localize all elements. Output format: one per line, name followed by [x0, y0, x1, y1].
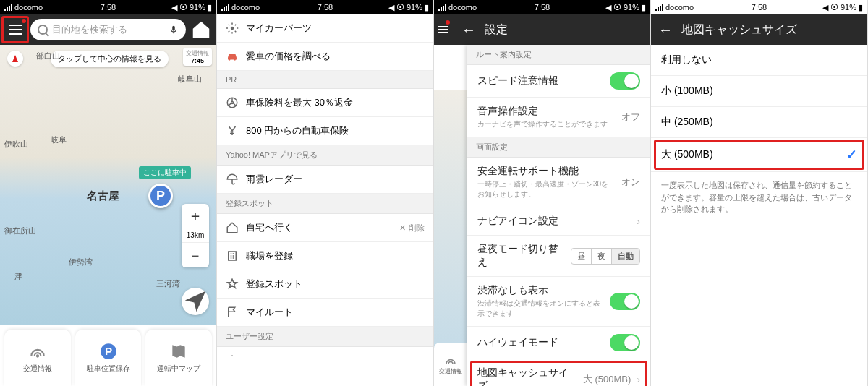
section-yahoo: Yahoo! MAPアプリで見る	[217, 145, 433, 166]
tab-driving[interactable]: 運転中マップ	[145, 330, 212, 386]
traffic-icon	[28, 342, 47, 361]
status-bar: docomo 7:58 ◀⦿91%▮	[0, 0, 216, 14]
menu-item-myroute[interactable]: マイルート	[217, 299, 433, 327]
screen-settings: docomo 7:58 ◀⦿91%▮ ← 設定 交通情報 ルート案内設定 スピー…	[434, 0, 651, 386]
svg-text:P: P	[104, 345, 111, 357]
tutorial-highlight	[1, 16, 29, 43]
compass-icon[interactable]	[7, 51, 23, 67]
menu-item-insurance30[interactable]: 車保険料を最大 30％返金	[217, 89, 433, 117]
chevron-right-icon: ›	[637, 374, 640, 385]
zoom-out-button[interactable]: －	[182, 243, 209, 267]
tap-hint-bubble[interactable]: タップして中心の情報を見る	[51, 51, 169, 67]
menu-item-rain[interactable]: 雨雲レーダー	[217, 166, 433, 194]
city-label: 名古屋	[87, 189, 119, 203]
hamburger-menu-button[interactable]	[4, 19, 26, 40]
cache-options-list: 利用しない 小 (100MB) 中 (250MB) 大 (500MB) ✓	[651, 45, 867, 172]
status-bar: docomo 7:58 ◀⦿91%▮	[434, 0, 650, 14]
menu-item-home[interactable]: 自宅へ行く✕削除	[217, 214, 433, 242]
svg-point-6	[229, 59, 230, 60]
svg-rect-10	[229, 252, 237, 260]
setting-daynight[interactable]: 昼夜モード切り替え昼夜自動	[467, 236, 650, 277]
svg-point-2	[37, 355, 38, 356]
segment-control[interactable]: 昼夜自動	[571, 248, 640, 265]
svg-point-7	[234, 59, 236, 60]
section-registered: 登録スポット	[217, 194, 433, 214]
setting-voice-control[interactable]: 音声操作設定カーナビを声で操作することができますオフ	[467, 98, 650, 137]
traffic-time-badge[interactable]: 交通情報 7:45	[183, 48, 212, 66]
search-icon	[38, 25, 48, 35]
setting-congestion[interactable]: 渋滞なしも表示渋滞情報は交通情報をオンにすると表示できます	[467, 277, 650, 327]
option-none[interactable]: 利用しない	[651, 45, 867, 76]
map-canvas[interactable]: タップして中心の情報を見る 交通情報 7:45 岐阜山 部白山 岐阜 伊吹山 御…	[0, 45, 216, 325]
option-medium[interactable]: 中 (250MB)	[651, 107, 867, 138]
svg-point-5	[231, 27, 234, 30]
option-small[interactable]: 小 (100MB)	[651, 76, 867, 107]
parking-icon: P	[99, 342, 118, 361]
toggle-on-icon[interactable]	[610, 334, 640, 351]
toggle-on-icon[interactable]	[610, 293, 640, 310]
parking-marker[interactable]: P	[148, 184, 173, 208]
bottom-tabs: 交通情報 P 駐車位置保存 運転中マップ	[4, 330, 212, 386]
toggle-on-icon[interactable]	[610, 72, 640, 90]
building-icon	[226, 249, 239, 262]
gear-icon	[226, 354, 239, 356]
map-icon	[169, 342, 188, 361]
zoom-in-button[interactable]: ＋	[182, 204, 209, 228]
search-field[interactable]: 目的地を検索する	[30, 19, 186, 40]
screen-map: docomo 7:58 ◀⦿91%▮ 目的地を検索する タップして中心の情報を見…	[0, 0, 217, 386]
page-title: 設定	[485, 22, 508, 38]
checkmark-icon: ✓	[846, 147, 857, 163]
setting-safety-drive[interactable]: 安全運転サポート機能一時停止・踏切・最高速度・ゾーン30をお知らせします。オン	[467, 158, 650, 207]
setting-nav-icon[interactable]: ナビアイコン設定›	[467, 207, 650, 236]
section-user: ユーザー設定	[217, 327, 433, 347]
zoom-controls: ＋ 13km －	[182, 204, 209, 267]
section-route-guide: ルート案内設定	[467, 45, 650, 65]
umbrella-icon	[226, 173, 239, 186]
locate-me-button[interactable]	[182, 288, 209, 315]
search-placeholder: 目的地を検索する	[52, 23, 164, 36]
tab-parking[interactable]: P 駐車位置保存	[75, 330, 142, 386]
section-screen: 画面設定	[467, 137, 650, 158]
car-icon	[226, 50, 239, 63]
menu-item-myparts[interactable]: マイカーパーツ	[217, 14, 433, 43]
screen-cache-size: docomo 7:58 ◀⦿91%▮ ← 地図キャッシュサイズ 利用しない 小 …	[651, 0, 868, 386]
setting-speed-alert[interactable]: スピード注意情報	[467, 65, 650, 98]
parking-here-bubble[interactable]: ここに駐車中	[139, 166, 191, 179]
tab-peek: 交通情報	[434, 343, 467, 386]
setting-map-cache[interactable]: 地図キャッシュサイズ 大 (500MB)›	[467, 359, 650, 386]
status-bar: docomo 7:58 ◀⦿91%▮	[651, 0, 867, 14]
back-button[interactable]: ←	[658, 22, 673, 38]
notification-dot-icon	[446, 20, 450, 25]
yen-icon	[226, 124, 239, 137]
settings-header: ← 設定	[434, 14, 650, 45]
map-header: 目的地を検索する	[0, 14, 216, 45]
home-button[interactable]	[190, 19, 212, 40]
menu-item-spots[interactable]: 登録スポット	[217, 270, 433, 299]
star-icon	[226, 278, 239, 291]
screen-menu: docomo 7:58 ◀⦿91%▮ マイカーパーツ 愛車の価格を調べる PR …	[217, 0, 434, 386]
svg-rect-0	[172, 26, 175, 31]
menu-item-facility-icons[interactable]: 施設アイコン表示	[217, 347, 433, 356]
home-icon	[226, 221, 239, 234]
option-large[interactable]: 大 (500MB) ✓	[651, 138, 867, 172]
svg-point-9	[231, 102, 234, 104]
cache-header: ← 地図キャッシュサイズ	[651, 14, 867, 45]
page-title: 地図キャッシュサイズ	[681, 22, 797, 38]
cache-help-text: 一度表示した地図は保存され、通信量を節約することができます。容量の上限を超えた場…	[651, 172, 867, 223]
map-background-peek	[434, 90, 467, 386]
status-bar: docomo 7:58 ◀⦿91%▮	[217, 0, 433, 14]
section-pr: PR	[217, 71, 433, 89]
steering-icon	[226, 96, 239, 109]
drawer-peek[interactable]	[434, 14, 453, 45]
delete-label: ✕削除	[399, 223, 425, 233]
menu-item-work[interactable]: 職場を登録	[217, 242, 433, 270]
tab-traffic[interactable]: 交通情報	[4, 330, 71, 386]
chevron-right-icon: ›	[637, 215, 640, 227]
setting-highway[interactable]: ハイウェイモード	[467, 327, 650, 359]
zoom-scale: 13km	[182, 228, 209, 243]
menu-item-carvalue[interactable]: 愛車の価格を調べる	[217, 43, 433, 71]
menu-item-insurance800[interactable]: 800 円からの自動車保険	[217, 117, 433, 145]
mic-icon[interactable]	[169, 25, 179, 35]
back-button[interactable]: ←	[461, 22, 476, 38]
flag-icon	[226, 306, 239, 319]
